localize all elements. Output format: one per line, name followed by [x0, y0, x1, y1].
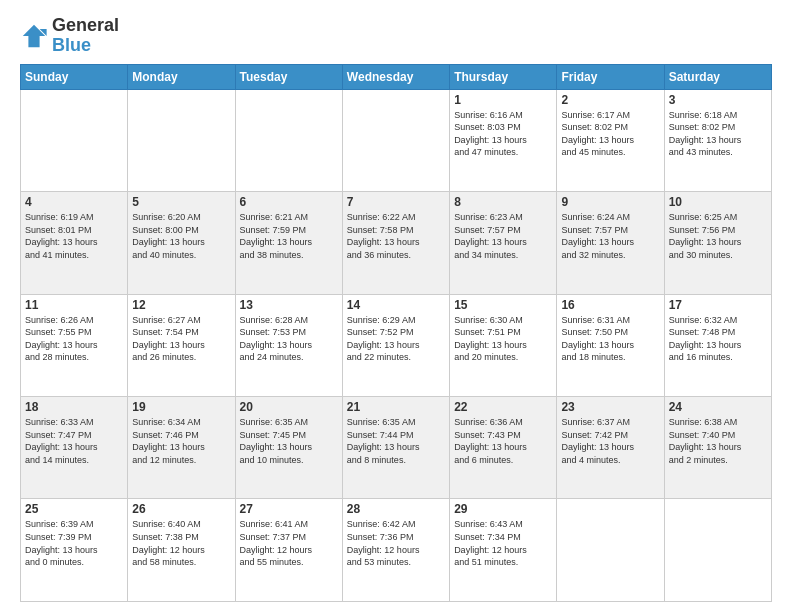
calendar-cell: 7Sunrise: 6:22 AM Sunset: 7:58 PM Daylig… [342, 192, 449, 294]
calendar-cell: 27Sunrise: 6:41 AM Sunset: 7:37 PM Dayli… [235, 499, 342, 602]
calendar-cell: 18Sunrise: 6:33 AM Sunset: 7:47 PM Dayli… [21, 397, 128, 499]
calendar-cell: 15Sunrise: 6:30 AM Sunset: 7:51 PM Dayli… [450, 294, 557, 396]
day-number: 19 [132, 400, 230, 414]
calendar-cell: 2Sunrise: 6:17 AM Sunset: 8:02 PM Daylig… [557, 89, 664, 191]
day-number: 28 [347, 502, 445, 516]
day-number: 14 [347, 298, 445, 312]
logo: General Blue [20, 16, 119, 56]
calendar-day-header: Sunday [21, 64, 128, 89]
calendar-cell: 19Sunrise: 6:34 AM Sunset: 7:46 PM Dayli… [128, 397, 235, 499]
day-number: 11 [25, 298, 123, 312]
calendar-cell [235, 89, 342, 191]
calendar-cell: 29Sunrise: 6:43 AM Sunset: 7:34 PM Dayli… [450, 499, 557, 602]
calendar-cell: 5Sunrise: 6:20 AM Sunset: 8:00 PM Daylig… [128, 192, 235, 294]
day-info: Sunrise: 6:35 AM Sunset: 7:44 PM Dayligh… [347, 416, 445, 466]
day-number: 20 [240, 400, 338, 414]
calendar-cell: 13Sunrise: 6:28 AM Sunset: 7:53 PM Dayli… [235, 294, 342, 396]
calendar-cell: 9Sunrise: 6:24 AM Sunset: 7:57 PM Daylig… [557, 192, 664, 294]
day-number: 8 [454, 195, 552, 209]
calendar-day-header: Friday [557, 64, 664, 89]
calendar-cell: 3Sunrise: 6:18 AM Sunset: 8:02 PM Daylig… [664, 89, 771, 191]
day-number: 22 [454, 400, 552, 414]
calendar-cell: 24Sunrise: 6:38 AM Sunset: 7:40 PM Dayli… [664, 397, 771, 499]
day-number: 23 [561, 400, 659, 414]
calendar-cell [21, 89, 128, 191]
calendar-cell: 12Sunrise: 6:27 AM Sunset: 7:54 PM Dayli… [128, 294, 235, 396]
calendar-cell [342, 89, 449, 191]
calendar-cell: 8Sunrise: 6:23 AM Sunset: 7:57 PM Daylig… [450, 192, 557, 294]
calendar-cell: 14Sunrise: 6:29 AM Sunset: 7:52 PM Dayli… [342, 294, 449, 396]
day-info: Sunrise: 6:16 AM Sunset: 8:03 PM Dayligh… [454, 109, 552, 159]
calendar-cell: 17Sunrise: 6:32 AM Sunset: 7:48 PM Dayli… [664, 294, 771, 396]
calendar-day-header: Wednesday [342, 64, 449, 89]
day-info: Sunrise: 6:20 AM Sunset: 8:00 PM Dayligh… [132, 211, 230, 261]
calendar-day-header: Saturday [664, 64, 771, 89]
calendar-week-row: 1Sunrise: 6:16 AM Sunset: 8:03 PM Daylig… [21, 89, 772, 191]
day-info: Sunrise: 6:43 AM Sunset: 7:34 PM Dayligh… [454, 518, 552, 568]
calendar-cell: 20Sunrise: 6:35 AM Sunset: 7:45 PM Dayli… [235, 397, 342, 499]
day-number: 6 [240, 195, 338, 209]
day-info: Sunrise: 6:22 AM Sunset: 7:58 PM Dayligh… [347, 211, 445, 261]
day-number: 18 [25, 400, 123, 414]
calendar-cell: 4Sunrise: 6:19 AM Sunset: 8:01 PM Daylig… [21, 192, 128, 294]
calendar-day-header: Thursday [450, 64, 557, 89]
day-info: Sunrise: 6:25 AM Sunset: 7:56 PM Dayligh… [669, 211, 767, 261]
day-info: Sunrise: 6:35 AM Sunset: 7:45 PM Dayligh… [240, 416, 338, 466]
calendar-cell [557, 499, 664, 602]
day-info: Sunrise: 6:36 AM Sunset: 7:43 PM Dayligh… [454, 416, 552, 466]
calendar-cell: 21Sunrise: 6:35 AM Sunset: 7:44 PM Dayli… [342, 397, 449, 499]
calendar-cell: 16Sunrise: 6:31 AM Sunset: 7:50 PM Dayli… [557, 294, 664, 396]
calendar-cell: 11Sunrise: 6:26 AM Sunset: 7:55 PM Dayli… [21, 294, 128, 396]
calendar-cell [664, 499, 771, 602]
calendar-cell [128, 89, 235, 191]
day-number: 15 [454, 298, 552, 312]
calendar-cell: 1Sunrise: 6:16 AM Sunset: 8:03 PM Daylig… [450, 89, 557, 191]
day-info: Sunrise: 6:33 AM Sunset: 7:47 PM Dayligh… [25, 416, 123, 466]
day-info: Sunrise: 6:31 AM Sunset: 7:50 PM Dayligh… [561, 314, 659, 364]
day-info: Sunrise: 6:34 AM Sunset: 7:46 PM Dayligh… [132, 416, 230, 466]
day-number: 17 [669, 298, 767, 312]
day-number: 24 [669, 400, 767, 414]
page: General Blue SundayMondayTuesdayWednesda… [0, 0, 792, 612]
day-number: 1 [454, 93, 552, 107]
day-info: Sunrise: 6:39 AM Sunset: 7:39 PM Dayligh… [25, 518, 123, 568]
day-info: Sunrise: 6:24 AM Sunset: 7:57 PM Dayligh… [561, 211, 659, 261]
calendar-day-header: Monday [128, 64, 235, 89]
day-info: Sunrise: 6:38 AM Sunset: 7:40 PM Dayligh… [669, 416, 767, 466]
day-info: Sunrise: 6:41 AM Sunset: 7:37 PM Dayligh… [240, 518, 338, 568]
logo-icon [20, 22, 48, 50]
day-info: Sunrise: 6:19 AM Sunset: 8:01 PM Dayligh… [25, 211, 123, 261]
day-info: Sunrise: 6:29 AM Sunset: 7:52 PM Dayligh… [347, 314, 445, 364]
day-number: 3 [669, 93, 767, 107]
day-info: Sunrise: 6:21 AM Sunset: 7:59 PM Dayligh… [240, 211, 338, 261]
logo-text: General Blue [52, 16, 119, 56]
day-number: 12 [132, 298, 230, 312]
calendar-table: SundayMondayTuesdayWednesdayThursdayFrid… [20, 64, 772, 602]
day-info: Sunrise: 6:27 AM Sunset: 7:54 PM Dayligh… [132, 314, 230, 364]
day-number: 4 [25, 195, 123, 209]
day-number: 21 [347, 400, 445, 414]
day-info: Sunrise: 6:42 AM Sunset: 7:36 PM Dayligh… [347, 518, 445, 568]
day-info: Sunrise: 6:30 AM Sunset: 7:51 PM Dayligh… [454, 314, 552, 364]
day-number: 7 [347, 195, 445, 209]
day-number: 9 [561, 195, 659, 209]
day-info: Sunrise: 6:23 AM Sunset: 7:57 PM Dayligh… [454, 211, 552, 261]
day-number: 26 [132, 502, 230, 516]
calendar-day-header: Tuesday [235, 64, 342, 89]
day-number: 13 [240, 298, 338, 312]
day-info: Sunrise: 6:37 AM Sunset: 7:42 PM Dayligh… [561, 416, 659, 466]
calendar-cell: 25Sunrise: 6:39 AM Sunset: 7:39 PM Dayli… [21, 499, 128, 602]
calendar-week-row: 18Sunrise: 6:33 AM Sunset: 7:47 PM Dayli… [21, 397, 772, 499]
calendar-week-row: 4Sunrise: 6:19 AM Sunset: 8:01 PM Daylig… [21, 192, 772, 294]
calendar-week-row: 11Sunrise: 6:26 AM Sunset: 7:55 PM Dayli… [21, 294, 772, 396]
day-number: 27 [240, 502, 338, 516]
calendar-cell: 28Sunrise: 6:42 AM Sunset: 7:36 PM Dayli… [342, 499, 449, 602]
day-number: 25 [25, 502, 123, 516]
calendar-cell: 26Sunrise: 6:40 AM Sunset: 7:38 PM Dayli… [128, 499, 235, 602]
header: General Blue [20, 16, 772, 56]
day-number: 29 [454, 502, 552, 516]
svg-marker-0 [23, 25, 45, 47]
day-number: 10 [669, 195, 767, 209]
calendar-cell: 22Sunrise: 6:36 AM Sunset: 7:43 PM Dayli… [450, 397, 557, 499]
day-number: 16 [561, 298, 659, 312]
